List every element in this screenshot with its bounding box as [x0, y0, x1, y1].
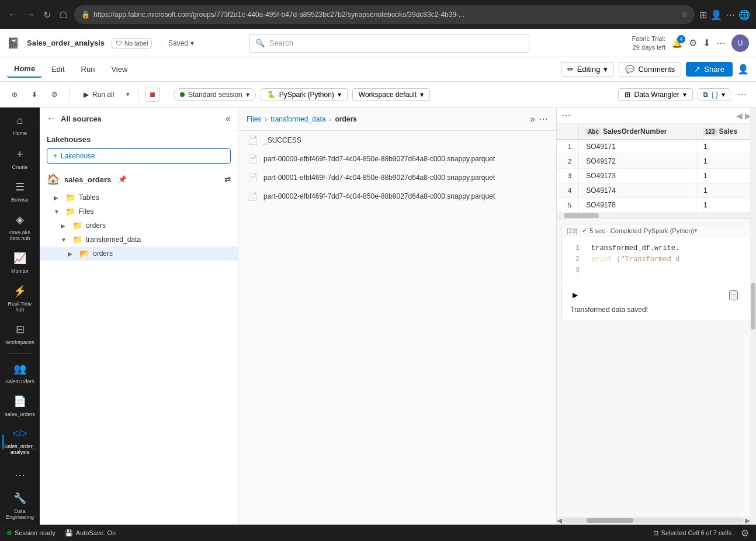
tree-transformed-data[interactable]: ▼ 📁 transformed_data — [40, 233, 238, 247]
browser-home[interactable]: ☖ — [57, 8, 70, 22]
sidebar-item-analysis[interactable]: </> Sales_order_ analysis — [2, 423, 37, 460]
breadcrumb-sep2: › — [329, 115, 331, 123]
download-toolbar-button[interactable]: ⬇ — [27, 88, 42, 101]
sidebar-item-salesorders[interactable]: 👥 SalesOrders — [2, 358, 37, 389]
h-scrollbar-thumb[interactable] — [564, 213, 599, 218]
trial-badge: Fabric Trial: 29 days left — [632, 34, 665, 51]
download-button[interactable]: ⬇ — [703, 37, 710, 48]
table-options-icon[interactable]: ⋯ — [561, 110, 571, 121]
run-dropdown[interactable]: ▾ — [125, 88, 131, 100]
notebook-scrollbar[interactable] — [750, 107, 756, 525]
browser-back[interactable]: ← — [6, 8, 20, 21]
share-icon: ↗ — [694, 65, 700, 74]
settings-toolbar-button[interactable]: ⚙ — [47, 88, 63, 101]
search-box[interactable]: 🔍 Search — [249, 34, 529, 53]
lakehouse-item[interactable]: 🏠 sales_orders 📌 ⇄ — [40, 168, 238, 190]
user-avatar[interactable]: U — [731, 34, 749, 52]
cell-code[interactable]: 1 transformed_df.write. 2 print ("Transf… — [562, 237, 751, 283]
notifications-button[interactable]: 🔔 4 — [671, 37, 683, 48]
sidebar-item-workspaces[interactable]: ⊟ Workspaces — [2, 318, 37, 350]
saved-dropdown[interactable]: Saved ▾ — [168, 39, 194, 47]
browser-reload[interactable]: ↻ — [41, 8, 53, 22]
code-cell-section: [23] ✓ 5 sec · Completed PySpark (Python… — [557, 219, 756, 525]
cell-check-icon: ✓ — [582, 227, 587, 234]
cell-sales: 1 — [696, 169, 755, 183]
tree-orders[interactable]: ▶ 📁 orders — [40, 219, 238, 233]
sidebar-item-monitor[interactable]: 📈 Monitor — [2, 247, 37, 279]
status-settings-button[interactable]: ⚙ — [741, 528, 749, 539]
back-to-sources-button[interactable]: ← — [47, 113, 56, 124]
toolbar: ⊕ ⬇ ⚙ ▶ Run all ▾ ■ Standard session ▾ 🐍… — [0, 82, 756, 107]
workspace-dropdown[interactable]: Workspace default ▾ — [352, 88, 430, 101]
more-toolbar-button[interactable]: ⋯ — [735, 86, 749, 102]
more-icon: ⋯ — [15, 469, 25, 481]
list-item[interactable]: 📄 _SUCCESS — [238, 131, 556, 150]
file-panel-more-button[interactable]: ⋯ — [539, 113, 548, 124]
sidebar-item-create[interactable]: ＋ Create — [2, 142, 37, 175]
chevron-down-icon: ▾ — [420, 91, 424, 99]
output-more-button[interactable]: ⋯ — [729, 290, 738, 300]
tree-tables[interactable]: ▶ 📁 Tables — [40, 190, 238, 204]
list-item[interactable]: 📄 part-00000-efbf469f-7dd7-4c04-850e-88b… — [238, 150, 556, 168]
more-button[interactable]: ⋯ — [716, 37, 726, 48]
h-nb-scrollbar-thumb[interactable] — [587, 518, 633, 523]
browser-forward[interactable]: → — [23, 8, 37, 21]
chevron-down-icon: ▼ — [61, 237, 69, 243]
collapse-file-panel-button[interactable]: » — [530, 114, 535, 124]
runtime-dropdown-icon[interactable]: ▾ — [694, 227, 698, 234]
menu-run[interactable]: Run — [74, 61, 102, 77]
menu-home[interactable]: Home — [7, 61, 42, 78]
chevron-right-icon: ▶ — [61, 223, 69, 229]
scrollbar-thumb[interactable] — [751, 283, 755, 330]
no-label-badge[interactable]: 🛡 No label — [112, 38, 152, 48]
pyspark-dropdown[interactable]: 🐍 PySpark (Python) ▾ — [261, 88, 348, 101]
folder-icon: 📁 — [65, 207, 75, 216]
add-cell-button[interactable]: ⊕ — [7, 88, 22, 101]
sync-icon[interactable]: ⇄ — [224, 175, 231, 184]
menu-edit[interactable]: Edit — [44, 61, 71, 77]
breadcrumb-transformed[interactable]: transformed_data — [271, 115, 325, 123]
sidebar-item-more[interactable]: ⋯ — [2, 464, 37, 487]
editing-button[interactable]: ✏ Editing ▾ — [561, 62, 615, 77]
sidebar-item-data-engineering[interactable]: 🔧 Data Engineering — [2, 487, 37, 525]
vscode-icon: { } — [712, 91, 718, 99]
run-all-button[interactable]: ▶ Run all — [77, 88, 120, 102]
output-toggle-button[interactable]: ▶ — [573, 291, 578, 299]
add-lakehouse-button[interactable]: + Lakehouse — [47, 148, 231, 164]
browser-url-bar[interactable]: 🔒 https://app.fabric.microsoft.com/group… — [74, 5, 695, 24]
cell-sales: 1 — [696, 140, 755, 154]
sidebar-item-home[interactable]: ⌂ Home — [2, 110, 37, 141]
create-label: Create — [12, 164, 27, 170]
list-item[interactable]: 📄 part-00001-efbf469f-7dd7-4c04-850e-88b… — [238, 168, 556, 187]
scroll-right-nb[interactable]: ▶ — [745, 516, 750, 525]
sidebar-item-realtime[interactable]: ⚡ Real-Time hub — [2, 280, 37, 317]
sidebar-item-sales-orders[interactable]: 📄 sales_orders — [2, 390, 37, 422]
horizontal-scrollbar[interactable]: ◀ ▶ — [557, 516, 750, 525]
comments-button[interactable]: 💬 Comments — [619, 62, 681, 77]
stop-button[interactable]: ■ — [145, 88, 159, 102]
tree-files[interactable]: ▼ 📁 Files — [40, 204, 238, 219]
row-num: 5 — [557, 198, 579, 213]
tree-orders-selected[interactable]: ▶ 📂 orders — [40, 247, 238, 261]
collaborators-button[interactable]: 👤 — [737, 64, 749, 75]
menu-view[interactable]: View — [104, 61, 134, 77]
extensions-icon[interactable]: ⊞ — [699, 9, 707, 20]
home-icon: ⌂ — [17, 115, 23, 127]
scroll-left-button[interactable]: ◀ — [736, 111, 743, 120]
settings-button[interactable]: ⚙ — [689, 37, 697, 48]
browser-more-icon[interactable]: ⋯ — [726, 9, 735, 20]
sidebar-item-browse[interactable]: ☰ Browse — [2, 176, 37, 207]
data-wrangler-dropdown[interactable]: ⊞ Data Wrangler ▾ — [618, 88, 692, 101]
share-button[interactable]: ↗ Share — [686, 62, 733, 77]
list-item[interactable]: 📄 part-00002-efbf469f-7dd7-4c04-850e-88b… — [238, 187, 556, 206]
profile-icon[interactable]: 👤 — [710, 9, 722, 20]
separator — [70, 88, 70, 102]
session-dot — [7, 530, 12, 535]
breadcrumb-files[interactable]: Files — [247, 115, 261, 123]
scroll-left-nb[interactable]: ◀ — [557, 516, 562, 525]
vscode-button[interactable]: ⧉ { } ▾ — [698, 88, 730, 101]
sidebar-item-onelake[interactable]: ◈ OneLake data hub — [2, 209, 37, 246]
table-row: 3 SO49173 1 — [557, 169, 756, 183]
session-dropdown[interactable]: Standard session ▾ — [174, 88, 256, 101]
collapse-panel-button[interactable]: « — [226, 113, 231, 124]
